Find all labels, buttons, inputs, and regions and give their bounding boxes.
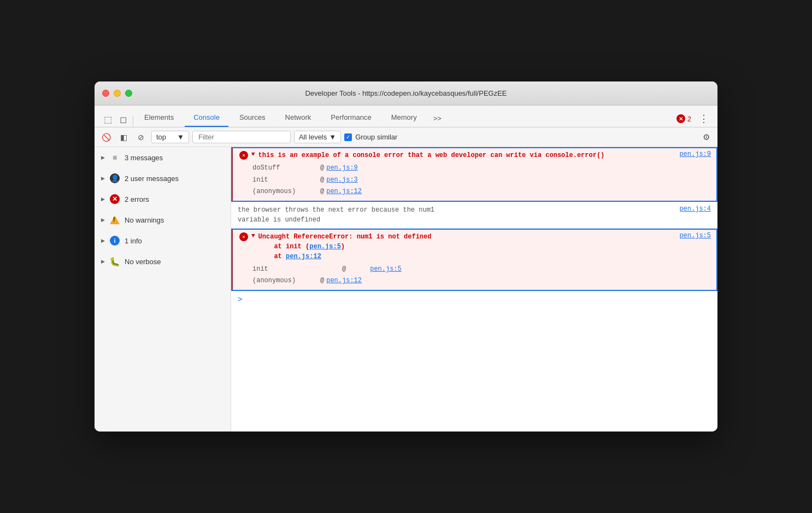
group-similar-checkbox[interactable]: ✓ <box>344 133 352 141</box>
info-icon: i <box>109 235 120 246</box>
sidebar-user-messages-label: 2 user messages <box>125 174 179 183</box>
info-location[interactable]: pen.js:4 <box>679 205 711 213</box>
sidebar-messages-label: 3 messages <box>125 154 163 162</box>
user-icon: 👤 <box>109 173 120 184</box>
filter-input[interactable] <box>192 131 291 143</box>
tab-network[interactable]: Network <box>276 109 320 127</box>
error-circle-icon: ✕ <box>110 194 120 204</box>
error-icon-2: ✕ <box>239 232 248 241</box>
collapse-arrow-icon[interactable]: ▼ <box>251 151 255 158</box>
stack-link[interactable]: pen.js:3 <box>326 174 358 186</box>
info-header: the browser throws the next error becaus… <box>238 205 711 225</box>
sidebar-item-errors[interactable]: ▶ ✕ 2 errors <box>95 189 231 209</box>
stack-link[interactable]: pen.js:12 <box>326 275 362 287</box>
expand-arrow-icon: ▶ <box>101 155 105 160</box>
cursor-tool-icon[interactable]: ⬚ <box>100 112 115 127</box>
warning-triangle-icon: ! <box>110 215 120 224</box>
stack-trace-2: init @ pen.js:5 (anonymous) @ pen.js:12 <box>239 264 711 287</box>
tab-bar: ⬚ ◻ Elements Console Sources Network Per… <box>95 106 717 127</box>
settings-gear-icon[interactable]: ⚙ <box>699 130 713 144</box>
window-title: Developer Tools - https://codepen.io/kay… <box>305 89 507 97</box>
error-header-2: ✕ ▼ Uncaught ReferenceError: num1 is not… <box>239 232 711 261</box>
clear-console-icon[interactable]: 🚫 <box>99 130 113 144</box>
collapse-arrow-icon[interactable]: ▼ <box>251 232 255 239</box>
stack-line-2: init @ pen.js:3 <box>252 174 711 186</box>
stack-line-3: (anonymous) @ pen.js:12 <box>252 186 711 198</box>
levels-value: All levels <box>299 133 327 141</box>
stack-func: init <box>252 264 318 276</box>
user-avatar-icon: 👤 <box>110 173 120 183</box>
minimize-button[interactable] <box>114 90 121 97</box>
prompt-symbol: > <box>238 295 242 304</box>
sidebar-info-label: 1 info <box>125 237 142 245</box>
block-icon[interactable]: ⊘ <box>134 130 148 144</box>
context-value: top <box>156 133 166 141</box>
info-circle-icon: i <box>110 236 120 246</box>
error-location-1[interactable]: pen.js:9 <box>679 150 711 158</box>
inspect-icon[interactable]: ◻ <box>115 112 131 127</box>
console-info-entry: the browser throws the next error becaus… <box>231 202 717 229</box>
title-bar: Developer Tools - https://codepen.io/kay… <box>95 81 717 106</box>
tab-right-actions: ✕ 2 ⋮ <box>676 110 712 127</box>
sidebar-item-user-messages[interactable]: ▶ 👤 2 user messages <box>95 168 231 189</box>
context-arrow-icon: ▼ <box>177 133 184 141</box>
console-sidebar: ▶ ≡ 3 messages ▶ 👤 2 user messages ▶ ✕ 2… <box>95 147 231 432</box>
console-output: ✕ ▼ this is an example of a console erro… <box>231 147 717 432</box>
error-badge[interactable]: ✕ 2 <box>676 114 691 123</box>
console-prompt[interactable]: > <box>231 291 717 308</box>
stack-link-inline[interactable]: pen.js:5 <box>309 243 341 250</box>
maximize-button[interactable] <box>125 90 132 97</box>
error-count: 2 <box>687 115 691 123</box>
info-message: the browser throws the next error becaus… <box>238 205 676 225</box>
stack-at: @ <box>320 162 324 174</box>
stack-link[interactable]: pen.js:9 <box>326 162 358 174</box>
error-location-2[interactable]: pen.js:5 <box>679 232 711 240</box>
show-sidebar-icon[interactable]: ◧ <box>116 130 131 144</box>
sidebar-errors-label: 2 errors <box>125 195 149 203</box>
sidebar-item-messages[interactable]: ▶ ≡ 3 messages <box>95 147 231 168</box>
stack-line-1: doStuff @ pen.js:9 <box>252 162 711 174</box>
context-select[interactable]: top ▼ <box>151 131 189 143</box>
stack-at: @ <box>320 264 368 276</box>
sidebar-item-verbose[interactable]: ▶ 🐛 No verbose <box>95 251 231 272</box>
tab-console[interactable]: Console <box>185 109 228 127</box>
stack-func: (anonymous) <box>252 186 318 198</box>
devtools-window: Developer Tools - https://codepen.io/kay… <box>95 81 717 432</box>
tab-memory[interactable]: Memory <box>383 109 426 127</box>
separator <box>133 116 133 127</box>
expand-arrow-icon: ▶ <box>101 238 105 243</box>
stack-link-inline-2[interactable]: pen.js:12 <box>286 253 321 260</box>
tab-elements[interactable]: Elements <box>136 109 183 127</box>
sidebar-item-warnings[interactable]: ▶ ! No warnings <box>95 209 231 230</box>
messages-icon: ≡ <box>109 152 120 163</box>
tab-performance[interactable]: Performance <box>322 109 380 127</box>
expand-arrow-icon: ▶ <box>101 176 105 181</box>
more-menu-icon[interactable]: ⋮ <box>696 110 712 127</box>
error-icon-1: ✕ <box>239 151 248 160</box>
error-icon: ✕ <box>109 194 120 205</box>
expand-arrow-icon: ▶ <box>101 196 105 202</box>
group-similar-toggle[interactable]: ✓ Group similar <box>344 133 397 141</box>
levels-select[interactable]: All levels ▼ <box>294 131 341 143</box>
close-button[interactable] <box>102 90 109 97</box>
console-error-entry-1: ✕ ▼ this is an example of a console erro… <box>231 147 717 202</box>
stack-trace-1: doStuff @ pen.js:9 init @ pen.js:3 (anon… <box>239 162 711 198</box>
warning-icon: ! <box>109 214 120 225</box>
error-header-1: ✕ ▼ this is an example of a console erro… <box>239 150 711 160</box>
sidebar-warnings-label: No warnings <box>125 216 164 224</box>
stack-func: doStuff <box>252 162 318 174</box>
stack-at: @ <box>320 275 324 287</box>
stack-link[interactable]: pen.js:5 <box>370 264 402 276</box>
expand-arrow-icon: ▶ <box>101 217 105 223</box>
error-message-1: this is an example of a console error th… <box>258 150 676 160</box>
tab-sources[interactable]: Sources <box>231 109 274 127</box>
error-circle-icon: ✕ <box>676 114 685 123</box>
stack-at: @ <box>320 186 324 198</box>
stack-link[interactable]: pen.js:12 <box>326 186 362 198</box>
tab-more[interactable]: >> <box>428 110 447 127</box>
stack-func: (anonymous) <box>252 275 318 287</box>
levels-arrow-icon: ▼ <box>329 133 336 141</box>
sidebar-item-info[interactable]: ▶ i 1 info <box>95 230 231 251</box>
error-message-2: Uncaught ReferenceError: num1 is not def… <box>258 232 676 261</box>
stack-line-5: (anonymous) @ pen.js:12 <box>252 275 711 287</box>
